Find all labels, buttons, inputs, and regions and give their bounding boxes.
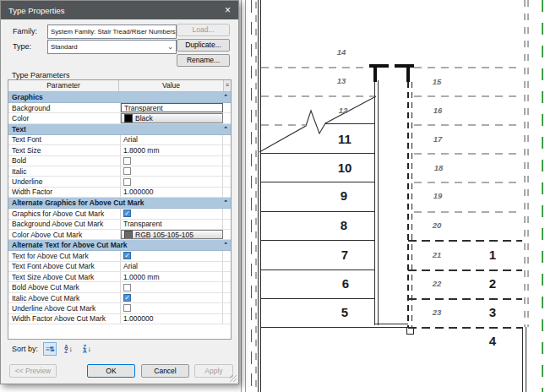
parameter-value[interactable]: [121, 156, 223, 166]
collapse-chevron-icon[interactable]: ⌃: [223, 242, 228, 248]
checkbox[interactable]: ✓: [123, 294, 131, 302]
riser-number[interactable]: 8: [341, 218, 347, 232]
parameter-value[interactable]: Black: [121, 113, 223, 122]
checkbox[interactable]: [123, 167, 131, 175]
parameter-value[interactable]: [121, 177, 223, 186]
parameter-value[interactable]: Arial: [121, 262, 223, 271]
parameter-row[interactable]: Bold Above Cut Mark: [8, 282, 231, 292]
cancel-button[interactable]: Cancel: [141, 364, 189, 378]
parameter-value[interactable]: ✓: [121, 209, 223, 218]
section-header[interactable]: Text⌃: [8, 124, 231, 135]
tread-line: [261, 270, 374, 270]
equals-menu-button[interactable]: =: [224, 80, 231, 91]
parameter-row[interactable]: BackgroundTransparent: [8, 103, 231, 113]
railing-corner: [395, 64, 414, 68]
parameter-row[interactable]: Bold: [8, 156, 231, 166]
load-button[interactable]: Load...: [177, 24, 230, 36]
checkbox[interactable]: [123, 284, 131, 291]
checkbox[interactable]: ✓: [123, 210, 131, 217]
riser-number[interactable]: 7: [341, 248, 348, 262]
parameter-row[interactable]: Underline: [8, 177, 231, 187]
type-select[interactable]: Standard ⌄: [47, 40, 177, 54]
riser-number[interactable]: 11: [338, 132, 352, 146]
riser-number[interactable]: 3: [489, 305, 496, 319]
riser-number-above-cut[interactable]: 23: [433, 308, 442, 317]
sort-by-label: Sort by:: [12, 345, 38, 353]
collapse-chevron-icon[interactable]: ⌃: [223, 95, 228, 100]
checkbox[interactable]: [123, 178, 131, 186]
section-header[interactable]: Graphics⌃: [8, 92, 231, 103]
wall-face-line: [241, 0, 242, 392]
riser-number-above-cut[interactable]: 20: [433, 220, 442, 230]
parameter-value[interactable]: 1.0000 mm: [121, 272, 223, 281]
parameter-row[interactable]: Color Above Cut MarkRGB 105-105-105: [8, 230, 231, 240]
section-header[interactable]: Alternate Graphics for Above Cut Mark⌃: [8, 198, 231, 209]
riser-number-above-cut[interactable]: 22: [433, 279, 442, 288]
parameter-value[interactable]: [121, 303, 223, 313]
parameter-row[interactable]: Text Size1.8000 mm: [8, 145, 231, 155]
preview-button[interactable]: << Preview: [9, 364, 57, 378]
parameter-value[interactable]: Transparent: [121, 220, 223, 229]
parameter-name: Bold: [8, 156, 121, 166]
parameter-value[interactable]: ✓: [121, 293, 223, 302]
value-column-header[interactable]: Value: [119, 80, 224, 91]
riser-number-above-cut[interactable]: 21: [433, 250, 442, 259]
rename-button[interactable]: Rename...: [177, 54, 230, 67]
apply-button[interactable]: Apply: [194, 364, 233, 378]
sort-descending-button[interactable]: ZA ↓: [80, 342, 94, 356]
sort-ascending-button[interactable]: AZ ↓: [62, 342, 75, 356]
riser-number[interactable]: 9: [341, 188, 347, 203]
parameter-row[interactable]: Width Factor1.000000: [8, 188, 231, 198]
parameter-value[interactable]: 1.000000: [121, 314, 223, 324]
parameter-value[interactable]: ✓: [121, 251, 223, 260]
checkbox[interactable]: [123, 157, 131, 165]
parameter-row[interactable]: Italic Above Cut Mark✓: [8, 293, 231, 303]
riser-number[interactable]: 6: [342, 276, 349, 291]
parameter-row[interactable]: Background Above Cut MarkTransparent: [8, 220, 231, 230]
riser-number-above-cut[interactable]: 19: [433, 191, 443, 200]
sort-by-build-order-button[interactable]: ≡⇅: [43, 342, 57, 356]
close-icon[interactable]: ×: [225, 5, 231, 15]
riser-number[interactable]: 4: [489, 334, 496, 348]
railing-corner: [406, 64, 410, 82]
riser-number[interactable]: 1: [489, 248, 496, 262]
parameter-value[interactable]: Transparent: [121, 103, 223, 112]
riser-number[interactable]: 5: [341, 305, 348, 319]
parameter-row[interactable]: Width Factor Above Cut Mark1.000000: [8, 314, 231, 324]
riser-number-above-cut[interactable]: 12: [339, 106, 348, 115]
parameter-column-header[interactable]: Parameter: [8, 80, 119, 91]
parameter-row[interactable]: Text FontArial: [8, 135, 231, 145]
parameter-value[interactable]: Arial: [121, 135, 223, 144]
parameter-value[interactable]: 1.000000: [121, 188, 223, 197]
resize-grip[interactable]: [230, 375, 237, 382]
parameter-value[interactable]: RGB 105-105-105: [121, 230, 223, 239]
parameter-row[interactable]: Text for Above Cut Mark✓: [8, 251, 231, 261]
riser-number-above-cut[interactable]: 15: [433, 77, 442, 86]
riser-number-above-cut[interactable]: 14: [337, 47, 346, 57]
chevron-down-icon: ⌄: [167, 43, 173, 51]
parameter-row[interactable]: Text Size Above Cut Mark1.0000 mm: [8, 272, 231, 282]
parameter-value[interactable]: [121, 166, 223, 176]
riser-number-above-cut[interactable]: 18: [434, 163, 444, 172]
parameter-row[interactable]: Graphics for Above Cut Mark✓: [8, 209, 231, 219]
parameter-row[interactable]: ColorBlack: [8, 113, 231, 123]
riser-number-above-cut[interactable]: 16: [433, 106, 443, 115]
duplicate-button[interactable]: Duplicate...: [177, 39, 230, 52]
collapse-chevron-icon[interactable]: ⌃: [223, 127, 228, 132]
collapse-chevron-icon[interactable]: ⌃: [223, 200, 228, 205]
parameter-value[interactable]: 1.8000 mm: [121, 145, 223, 155]
parameter-row[interactable]: Text Font Above Cut MarkArial: [8, 262, 231, 272]
riser-number[interactable]: 2: [489, 276, 496, 291]
parameter-row[interactable]: Italic: [8, 166, 231, 177]
family-select[interactable]: System Family: Stair Tread/Riser Numbers…: [47, 24, 177, 39]
ok-button[interactable]: OK: [87, 364, 135, 378]
riser-number-above-cut[interactable]: 17: [433, 134, 443, 144]
checkbox[interactable]: [123, 304, 131, 312]
parameter-row[interactable]: Underline Above Cut Mark: [8, 303, 231, 313]
section-header[interactable]: Alternate Text for Above Cut Mark⌃: [8, 240, 231, 251]
riser-number-above-cut[interactable]: 13: [337, 76, 346, 85]
dialog-titlebar[interactable]: Type Properties ×: [1, 1, 238, 19]
riser-number[interactable]: 10: [338, 161, 352, 175]
parameter-value[interactable]: [121, 282, 223, 291]
checkbox[interactable]: ✓: [123, 252, 131, 259]
